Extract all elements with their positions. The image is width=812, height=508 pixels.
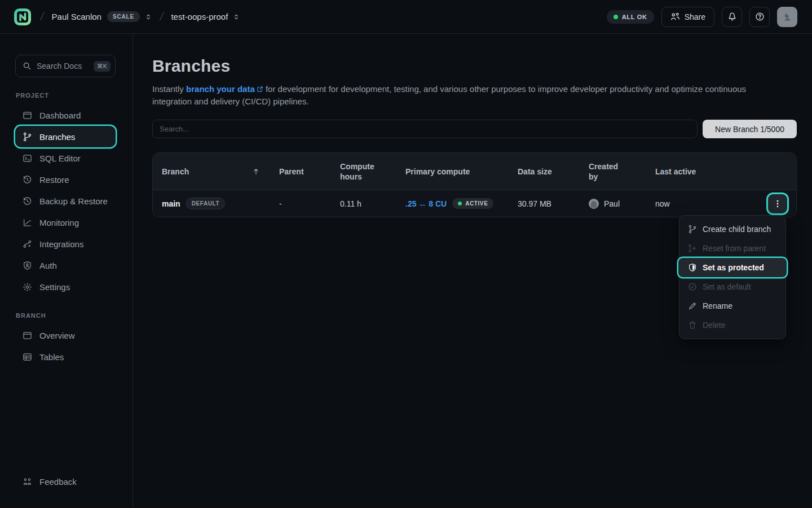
chart-icon bbox=[23, 218, 32, 227]
breadcrumb-org[interactable]: Paul Scanlon bbox=[52, 12, 102, 21]
default-badge: DEFAULT bbox=[186, 198, 226, 209]
column-header-primary-compute[interactable]: Primary compute bbox=[405, 153, 518, 190]
menu-item-create-child-branch[interactable]: Create child branch bbox=[684, 220, 781, 239]
status-label: ALL OK bbox=[622, 14, 647, 20]
history-icon bbox=[23, 175, 32, 185]
column-header-data-size[interactable]: Data size bbox=[518, 153, 589, 190]
search-icon bbox=[23, 62, 32, 71]
overview-icon bbox=[23, 331, 32, 340]
project-section-label: PROJECT bbox=[16, 92, 116, 99]
breadcrumb-divider: / bbox=[39, 10, 45, 23]
sidebar: Search Docs ⌘K PROJECT Dashboard Branche… bbox=[0, 34, 133, 508]
top-header: / Paul Scanlon SCALE / test-oops-proof A… bbox=[0, 0, 812, 34]
breadcrumb-divider: / bbox=[158, 10, 164, 23]
column-header-branch[interactable]: Branch bbox=[153, 153, 279, 190]
search-docs-input[interactable]: Search Docs ⌘K bbox=[15, 55, 116, 77]
sidebar-item-label: Auth bbox=[39, 261, 57, 270]
sidebar-item-label: Restore bbox=[39, 175, 69, 185]
created-by-cell: Paul bbox=[589, 190, 655, 217]
row-actions-kebab-button[interactable] bbox=[768, 194, 787, 213]
column-header-compute-hours[interactable]: Compute hours bbox=[340, 153, 405, 190]
sidebar-item-label: Tables bbox=[39, 352, 64, 362]
external-link-icon bbox=[257, 86, 263, 93]
branch-your-data-link[interactable]: branch your data bbox=[186, 84, 255, 94]
sidebar-item-sql-editor[interactable]: SQL Editor bbox=[15, 147, 116, 169]
terminal-icon bbox=[23, 154, 32, 163]
menu-item-set-as-protected[interactable]: Set as protected bbox=[678, 258, 787, 277]
auth-shield-icon bbox=[23, 261, 32, 270]
table-icon bbox=[23, 352, 32, 362]
sidebar-item-branches[interactable]: Branches bbox=[15, 126, 116, 147]
branches-icon bbox=[23, 132, 32, 142]
sidebar-item-label: Monitoring bbox=[39, 218, 79, 227]
gear-icon bbox=[23, 282, 32, 292]
status-badge[interactable]: ALL OK bbox=[607, 10, 654, 24]
breadcrumb-project[interactable]: test-oops-proof bbox=[171, 12, 228, 21]
help-button[interactable] bbox=[749, 7, 770, 27]
table-header-row: Branch Parent Compute hours Primary comp… bbox=[153, 153, 796, 190]
sidebar-item-tables[interactable]: Tables bbox=[15, 346, 116, 367]
dashboard-icon bbox=[23, 111, 32, 120]
creator-avatar bbox=[589, 199, 599, 209]
sidebar-item-integrations[interactable]: Integrations bbox=[15, 233, 116, 255]
column-header-created-by[interactable]: Created by bbox=[589, 153, 655, 190]
column-header-parent[interactable]: Parent bbox=[279, 153, 340, 190]
share-button[interactable]: Share bbox=[661, 7, 714, 27]
keyboard-shortcut-badge: ⌘K bbox=[94, 61, 111, 72]
project-selector-icon[interactable] bbox=[232, 13, 240, 21]
branch-name[interactable]: main bbox=[162, 199, 180, 208]
user-avatar[interactable] bbox=[777, 7, 797, 27]
sidebar-item-monitoring[interactable]: Monitoring bbox=[15, 212, 116, 233]
primary-compute-link[interactable]: .25 ↔ 8 CU bbox=[405, 199, 447, 208]
integrations-icon bbox=[23, 239, 32, 249]
data-size-cell: 30.97 MB bbox=[518, 190, 589, 217]
menu-item-rename[interactable]: Rename bbox=[684, 296, 781, 316]
branch-icon bbox=[688, 225, 697, 234]
sidebar-item-feedback[interactable]: Feedback bbox=[15, 471, 116, 492]
sidebar-item-label: Overview bbox=[39, 331, 75, 340]
sidebar-item-overview[interactable]: Overview bbox=[15, 325, 116, 346]
people-icon bbox=[670, 12, 680, 21]
menu-item-set-as-default: Set as default bbox=[684, 277, 781, 296]
kebab-icon bbox=[773, 199, 782, 208]
last-active-cell: now bbox=[655, 199, 670, 208]
description-text: Instantly bbox=[152, 84, 184, 94]
sort-ascending-icon[interactable] bbox=[252, 168, 260, 176]
neon-logo[interactable] bbox=[12, 7, 33, 27]
page-description: Instantly branch your data for developme… bbox=[152, 83, 784, 108]
share-label: Share bbox=[685, 12, 705, 21]
menu-item-delete: Delete bbox=[684, 316, 781, 335]
active-status-badge: ACTIVE bbox=[452, 198, 493, 209]
table-row[interactable]: main DEFAULT - 0.11 h .25 ↔ 8 CU ACTIVE … bbox=[153, 190, 796, 217]
shield-icon bbox=[688, 263, 697, 272]
row-actions-menu: Create child branch Reset from parent Se… bbox=[679, 215, 786, 339]
sidebar-item-label: Branches bbox=[39, 132, 75, 142]
check-badge-icon bbox=[688, 282, 697, 291]
sidebar-item-settings[interactable]: Settings bbox=[15, 276, 116, 297]
sidebar-item-restore[interactable]: Restore bbox=[15, 169, 116, 190]
plan-badge: SCALE bbox=[107, 11, 140, 22]
branches-table: Branch Parent Compute hours Primary comp… bbox=[152, 152, 797, 217]
org-selector-icon[interactable] bbox=[144, 13, 152, 21]
compute-hours-cell: 0.11 h bbox=[340, 190, 405, 217]
pencil-icon bbox=[688, 301, 697, 310]
new-branch-button[interactable]: New Branch 1/5000 bbox=[703, 120, 797, 138]
sidebar-item-label: Settings bbox=[39, 282, 70, 292]
menu-item-reset-from-parent: Reset from parent bbox=[684, 239, 781, 258]
notifications-button[interactable] bbox=[722, 7, 742, 27]
column-header-last-active[interactable]: Last active bbox=[655, 153, 796, 190]
sidebar-item-label: Backup & Restore bbox=[39, 196, 108, 206]
parent-cell: - bbox=[279, 190, 340, 217]
trash-icon bbox=[688, 321, 697, 330]
sidebar-item-dashboard[interactable]: Dashboard bbox=[15, 104, 116, 126]
question-icon bbox=[755, 12, 765, 21]
sidebar-item-label: SQL Editor bbox=[39, 154, 81, 163]
sidebar-item-auth[interactable]: Auth bbox=[15, 255, 116, 276]
sidebar-item-backup-restore[interactable]: Backup & Restore bbox=[15, 190, 116, 212]
branch-search-input[interactable] bbox=[152, 120, 698, 138]
sidebar-item-label: Feedback bbox=[39, 477, 77, 487]
backup-history-icon bbox=[23, 196, 32, 206]
active-dot-icon bbox=[458, 202, 462, 205]
sidebar-item-label: Dashboard bbox=[39, 111, 81, 120]
search-docs-placeholder: Search Docs bbox=[37, 62, 89, 71]
